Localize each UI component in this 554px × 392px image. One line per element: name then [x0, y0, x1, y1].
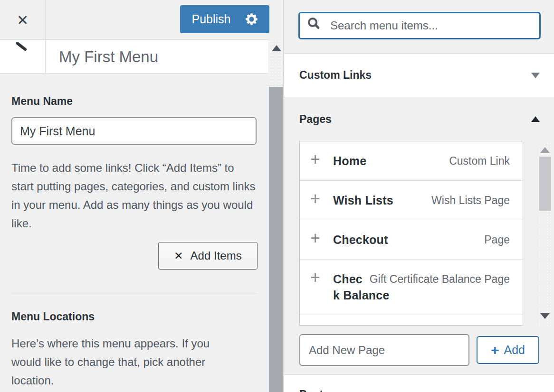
page-title: My First Menu [46, 48, 158, 66]
list-item-clipped [300, 315, 523, 326]
intro-text: Time to add some links! Click “Add Items… [11, 159, 257, 233]
section-divider [11, 293, 257, 293]
list-item-wish-lists[interactable]: + Wish Lists Page Wish Lists [300, 181, 523, 220]
pages-label: Pages [299, 113, 332, 126]
pages-item-list: + Custom Link Home + Wish Lists Page Wis… [299, 141, 523, 326]
item-title: Wish Lists [333, 194, 393, 207]
list-item-home[interactable]: + Custom Link Home [300, 141, 523, 181]
pages-section-header[interactable]: Pages [284, 97, 554, 141]
posts-section-header[interactable]: Posts [284, 374, 554, 392]
posts-label: Posts [299, 388, 329, 392]
list-item-check-balance[interactable]: + Gift Certificate Balance Page Check Ba… [300, 260, 523, 315]
menu-name-heading: Menu Name [11, 95, 73, 108]
add-items-button[interactable]: ✕ Add Items [158, 242, 258, 270]
custom-links-label: Custom Links [299, 69, 372, 82]
item-type: Page [484, 232, 510, 248]
item-type: Gift Certificate Balance Page [370, 271, 510, 287]
item-title: Checkout [333, 233, 388, 246]
menu-locations-text: Here’s where this menu appears. If you w… [11, 334, 232, 390]
close-x-icon: ✕ [174, 250, 183, 262]
plus-icon: + [310, 191, 320, 207]
item-type: Wish Lists Page [431, 192, 510, 208]
search-icon [308, 18, 317, 27]
plus-icon: + [310, 270, 320, 286]
item-type: Custom Link [449, 153, 510, 169]
scroll-down-arrow-icon[interactable] [540, 313, 550, 319]
close-customizer-button[interactable]: ✕ [0, 0, 46, 40]
customizer-screen: ✕ Publish My First Menu Menu Name Time t… [0, 0, 554, 392]
menu-name-input[interactable] [11, 117, 257, 145]
left-panel-scrollbar-thumb[interactable] [269, 87, 283, 392]
chevron-up-icon [531, 116, 540, 122]
plus-icon: + [491, 344, 499, 357]
close-icon: ✕ [17, 12, 29, 28]
plus-icon: + [310, 151, 320, 168]
gear-icon[interactable] [245, 13, 258, 26]
search-input[interactable] [298, 12, 541, 39]
menu-title-box: My First Menu [46, 40, 268, 74]
publish-button[interactable]: Publish [180, 5, 269, 33]
scroll-up-arrow-icon[interactable] [540, 147, 550, 153]
add-page-button[interactable]: + Add [477, 336, 539, 364]
item-title: Home [333, 154, 366, 168]
custom-links-section-header[interactable]: Custom Links [284, 53, 554, 97]
pages-list-scrollbar-thumb[interactable] [539, 157, 551, 211]
menu-locations-heading: Menu Locations [11, 310, 95, 323]
chevron-down-icon [531, 73, 540, 78]
list-item-checkout[interactable]: + Page Checkout [300, 220, 523, 260]
add-new-page-input[interactable] [299, 334, 469, 366]
back-button[interactable] [0, 40, 46, 74]
scroll-up-arrow-icon[interactable] [272, 45, 281, 51]
add-button-label: Add [504, 343, 525, 357]
publish-button-label: Publish [192, 12, 231, 26]
plus-icon: + [310, 230, 320, 246]
add-items-label: Add Items [191, 249, 242, 262]
chevron-left-icon [15, 41, 27, 51]
